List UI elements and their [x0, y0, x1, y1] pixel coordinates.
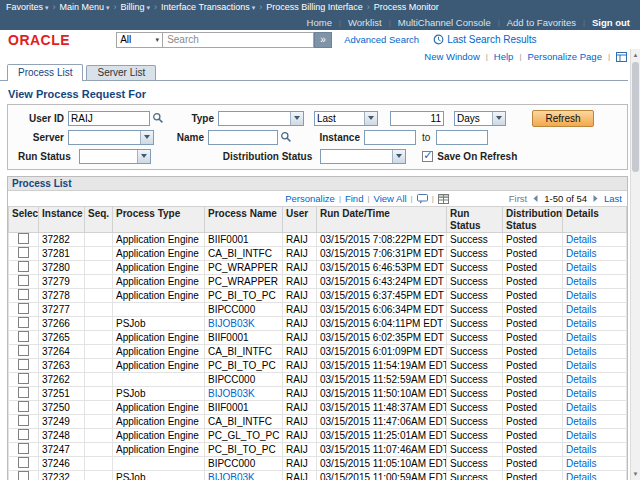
- process-table-body: 37282Application EngineBIIF0001RAIJ03/15…: [9, 233, 627, 480]
- row-select-checkbox[interactable]: [18, 345, 29, 356]
- details-link[interactable]: Details: [563, 443, 627, 457]
- run-status-cell: Success: [447, 303, 503, 317]
- user-id-lookup-icon[interactable]: [152, 112, 164, 124]
- add-to-favorites-link[interactable]: Add to Favorites: [507, 17, 576, 28]
- col-process-type: Process Type: [113, 207, 205, 233]
- last-dropdown[interactable]: Last: [314, 111, 378, 126]
- row-select-checkbox[interactable]: [18, 443, 29, 454]
- user-id-input[interactable]: [68, 111, 150, 126]
- search-input[interactable]: [162, 32, 314, 48]
- run-status-cell: Success: [447, 261, 503, 275]
- scrollbar-thumb[interactable]: [632, 62, 639, 172]
- run-status-dropdown[interactable]: [79, 149, 151, 164]
- worklist-link[interactable]: Worklist: [348, 17, 382, 28]
- distribution-status-dropdown[interactable]: [320, 149, 406, 164]
- details-link[interactable]: Details: [563, 317, 627, 331]
- download-spreadsheet-icon[interactable]: [438, 194, 449, 204]
- tab-server-list[interactable]: Server List: [86, 65, 156, 80]
- personalize-page-link[interactable]: Personalize Page: [527, 51, 601, 62]
- process-name-cell: PC_BI_TO_PC: [205, 359, 283, 373]
- breadcrumb-billing[interactable]: Billing: [121, 2, 151, 12]
- new-window-link[interactable]: New Window: [424, 51, 479, 62]
- name-input[interactable]: [208, 130, 278, 145]
- breadcrumb-main-menu[interactable]: Main Menu: [60, 2, 110, 12]
- select-cell: [9, 275, 39, 289]
- details-link[interactable]: Details: [563, 275, 627, 289]
- days-unit-dropdown[interactable]: Days: [454, 111, 506, 126]
- advanced-search-link[interactable]: Advanced Search: [344, 34, 419, 45]
- row-select-checkbox[interactable]: [18, 429, 29, 440]
- tab-process-list[interactable]: Process List: [7, 64, 83, 81]
- user-cell: RAIJ: [283, 359, 317, 373]
- details-link[interactable]: Details: [563, 261, 627, 275]
- details-link[interactable]: Details: [563, 247, 627, 261]
- run-status-cell: Success: [447, 471, 503, 480]
- breadcrumb-process-monitor[interactable]: Process Monitor: [374, 2, 439, 12]
- instance-from-input[interactable]: [364, 130, 416, 145]
- home-link[interactable]: Home: [307, 17, 332, 28]
- search-go-button[interactable]: [314, 32, 332, 48]
- details-link[interactable]: Details: [563, 303, 627, 317]
- details-link[interactable]: Details: [563, 345, 627, 359]
- page-layout-icon[interactable]: [616, 52, 627, 62]
- process-name-link[interactable]: BIJOB03K: [205, 317, 283, 331]
- vertical-scrollbar[interactable]: [630, 49, 640, 480]
- row-select-checkbox[interactable]: [18, 247, 29, 258]
- row-select-checkbox[interactable]: [18, 415, 29, 426]
- process-name-link[interactable]: BIJOB03K: [205, 387, 283, 401]
- row-select-checkbox[interactable]: [18, 303, 29, 314]
- scroll-down-icon[interactable]: [631, 469, 640, 479]
- view-all-link[interactable]: View All: [374, 193, 407, 204]
- breadcrumb-interface-transactions[interactable]: Interface Transactions: [161, 2, 255, 12]
- days-count-input[interactable]: [390, 111, 444, 126]
- personalize-link[interactable]: Personalize: [285, 193, 335, 204]
- server-dropdown[interactable]: [68, 130, 154, 145]
- zoom-grid-icon[interactable]: [417, 194, 428, 204]
- last-page-link[interactable]: Last: [604, 193, 622, 204]
- row-select-checkbox[interactable]: [18, 233, 29, 244]
- refresh-button[interactable]: Refresh: [532, 110, 594, 127]
- row-select-checkbox[interactable]: [18, 317, 29, 328]
- row-select-checkbox[interactable]: [18, 373, 29, 384]
- row-select-checkbox[interactable]: [18, 261, 29, 272]
- name-lookup-icon[interactable]: [280, 131, 292, 143]
- help-link[interactable]: Help: [494, 51, 514, 62]
- details-link[interactable]: Details: [563, 415, 627, 429]
- row-select-checkbox[interactable]: [18, 359, 29, 370]
- details-link[interactable]: Details: [563, 373, 627, 387]
- breadcrumb-favorites[interactable]: Favorites: [6, 2, 49, 12]
- instance-to-input[interactable]: [436, 130, 488, 145]
- row-select-checkbox[interactable]: [18, 289, 29, 300]
- seq-cell: [85, 331, 113, 345]
- breadcrumb-process-billing-interface[interactable]: Process Billing Interface: [266, 2, 363, 12]
- details-link[interactable]: Details: [563, 289, 627, 303]
- details-link[interactable]: Details: [563, 401, 627, 415]
- details-link[interactable]: Details: [563, 331, 627, 345]
- type-dropdown[interactable]: [218, 111, 304, 126]
- row-select-checkbox[interactable]: [18, 331, 29, 342]
- process-name-link[interactable]: BIJOB03K: [205, 471, 283, 480]
- details-link[interactable]: Details: [563, 457, 627, 471]
- details-link[interactable]: Details: [563, 471, 627, 480]
- row-select-checkbox[interactable]: [18, 275, 29, 286]
- row-select-checkbox[interactable]: [18, 457, 29, 468]
- next-page-icon[interactable]: [591, 194, 600, 203]
- multichannel-console-link[interactable]: MultiChannel Console: [398, 17, 491, 28]
- details-link[interactable]: Details: [563, 359, 627, 373]
- last-search-results-link[interactable]: Last Search Results: [447, 34, 537, 45]
- details-link[interactable]: Details: [563, 233, 627, 247]
- distribution-status-cell: Posted: [503, 401, 563, 415]
- previous-page-icon[interactable]: [531, 194, 540, 203]
- scroll-up-icon[interactable]: [631, 50, 640, 60]
- row-select-checkbox[interactable]: [18, 401, 29, 412]
- save-on-refresh-checkbox[interactable]: [422, 151, 433, 162]
- search-scope-dropdown[interactable]: All: [116, 32, 162, 48]
- sign-out-link[interactable]: Sign out: [592, 17, 630, 28]
- details-link[interactable]: Details: [563, 387, 627, 401]
- col-run-status: Run Status: [447, 207, 503, 233]
- instance-cell: 37249: [39, 415, 85, 429]
- details-link[interactable]: Details: [563, 429, 627, 443]
- find-link[interactable]: Find: [345, 193, 363, 204]
- row-select-checkbox[interactable]: [18, 387, 29, 398]
- row-select-checkbox[interactable]: [18, 471, 29, 480]
